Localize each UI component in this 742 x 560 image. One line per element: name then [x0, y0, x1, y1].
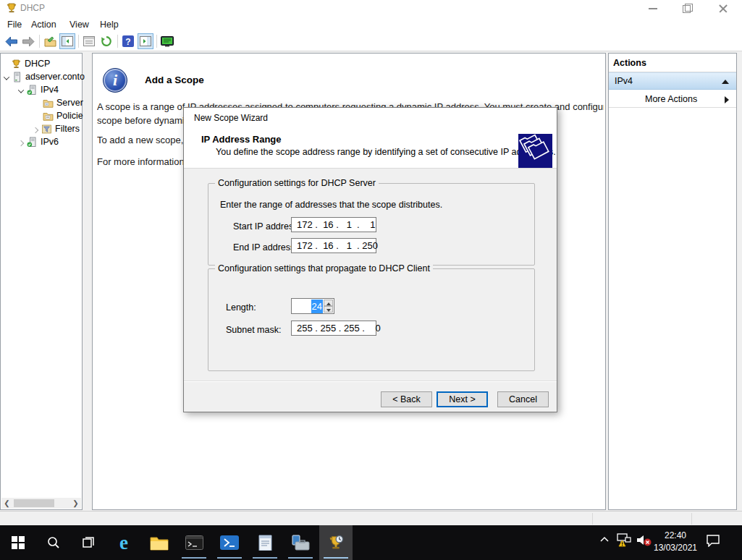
end-ip-input[interactable]: 172 . 16 . 1 . 250 [291, 238, 376, 253]
start-ip-label: Start IP address: [233, 221, 300, 232]
show-action-pane-icon[interactable] [138, 33, 153, 49]
menu-file[interactable]: File [4, 18, 25, 31]
actions-group-ipv4[interactable]: IPv4 [609, 72, 736, 90]
more-actions-label: More Actions [645, 94, 697, 104]
chevron-down-icon[interactable] [18, 85, 27, 96]
dhcp-app-icon [6, 2, 17, 14]
info-icon [103, 68, 127, 93]
filter-icon [41, 124, 52, 135]
server-icon [12, 72, 22, 82]
notepad-icon [258, 535, 272, 551]
start-ip-input[interactable]: 172 . 16 . 1 . 1 [291, 217, 376, 232]
back-arrow-icon[interactable] [3, 33, 19, 49]
status-bar [0, 511, 742, 525]
range-instruction: Enter the range of addresses that the sc… [220, 200, 442, 210]
horizontal-scrollbar[interactable]: ❮ ❯ [1, 498, 81, 509]
length-spinner[interactable]: 24 [291, 298, 334, 314]
cancel-button[interactable]: Cancel [497, 391, 549, 407]
chevron-right-icon[interactable] [18, 137, 27, 148]
close-button[interactable] [711, 1, 735, 14]
collapse-icon[interactable] [722, 80, 729, 84]
dialog-separator [184, 381, 557, 382]
wizard-folders-icon [518, 134, 552, 168]
new-scope-wizard-dialog: New Scope Wizard IP Address Range You de… [183, 107, 557, 412]
tray-clock[interactable]: 22:40 13/03/2021 [646, 530, 704, 554]
back-button[interactable]: < Back [381, 391, 432, 407]
tree-label: DHCP [25, 59, 50, 69]
next-button[interactable]: Next > [437, 391, 488, 407]
dhcp-console-icon [328, 535, 344, 551]
menu-view[interactable]: View [66, 18, 93, 31]
group2-legend: Configuration settings that propagate to… [215, 263, 433, 273]
server-manager-button[interactable] [284, 525, 317, 560]
export-list-icon[interactable] [42, 33, 58, 49]
task-view-button[interactable] [72, 525, 105, 560]
forward-arrow-icon[interactable] [20, 33, 36, 49]
taskbar: e [0, 525, 742, 560]
chevron-up-icon [599, 535, 610, 543]
minimize-button[interactable] [641, 1, 666, 14]
notepad-button[interactable] [248, 525, 282, 560]
length-value[interactable]: 24 [311, 300, 323, 313]
dialog-title: New Scope Wizard [194, 113, 268, 123]
tree-item-dhcp[interactable]: DHCP [11, 57, 92, 70]
help-icon[interactable]: ? [120, 33, 136, 49]
tree-label: Filters [55, 124, 80, 134]
refresh-icon[interactable] [98, 33, 114, 49]
tree-item-ipv6[interactable]: IPv6 [18, 135, 99, 148]
internet-explorer-icon: e [119, 532, 128, 554]
network-status-button[interactable] [615, 533, 633, 547]
screen: DHCP File Action View Help [0, 0, 742, 560]
command-prompt-icon [185, 535, 203, 550]
scrollbar-thumb[interactable] [14, 499, 54, 507]
task-view-icon [81, 535, 96, 550]
scroll-right-icon[interactable]: ❯ [70, 498, 81, 509]
action-center-button[interactable] [706, 534, 720, 547]
file-explorer-button[interactable] [143, 525, 176, 560]
tree-item-adserver[interactable]: adserver.conto [4, 70, 85, 83]
tree-label: Server [56, 98, 83, 108]
clock-time: 22:40 [646, 530, 704, 542]
command-prompt-button[interactable] [177, 525, 211, 560]
menu-help[interactable]: Help [96, 18, 122, 31]
server-check-icon [27, 85, 38, 96]
submenu-arrow-icon [725, 96, 729, 103]
group1-legend: Configuration settings for DHCP Server [215, 178, 379, 188]
menu-action[interactable]: Action [28, 18, 60, 31]
tray-expand-button[interactable] [599, 535, 610, 543]
restore-button[interactable] [675, 1, 699, 14]
spin-down-icon[interactable] [324, 306, 333, 313]
dhcp-console-button[interactable] [319, 525, 353, 560]
search-button[interactable] [37, 525, 70, 560]
scroll-left-icon[interactable]: ❮ [1, 498, 12, 509]
powershell-button[interactable] [213, 525, 246, 560]
server-manager-icon [291, 535, 310, 551]
tree-item-ipv4[interactable]: IPv4 [18, 83, 99, 96]
chevron-right-icon[interactable] [33, 124, 41, 135]
subnet-mask-input[interactable]: 255 . 255 . 255 . 0 [291, 321, 376, 336]
chevron-down-icon[interactable] [4, 72, 12, 82]
powershell-icon [220, 535, 239, 550]
spin-up-icon[interactable] [324, 300, 333, 306]
action-center-icon [706, 534, 720, 547]
page-title: Add a Scope [145, 75, 204, 85]
menu-bar: File Action View Help [0, 16, 742, 32]
file-explorer-icon [150, 535, 169, 551]
properties-icon[interactable] [81, 33, 97, 49]
dhcp-client-settings-group: Configuration settings that propagate to… [208, 268, 535, 371]
network-warning-icon [615, 533, 633, 547]
start-button[interactable] [1, 525, 35, 560]
show-console-tree-icon[interactable] [59, 33, 75, 49]
wizard-header: New Scope Wizard IP Address Range You de… [184, 108, 557, 169]
console-tree-panel: DHCP adserver.conto IPv4 Server [0, 53, 83, 510]
remote-desktop-icon[interactable] [159, 33, 175, 49]
title-bar: DHCP [0, 0, 742, 16]
folder-policy-icon [43, 111, 54, 122]
toolbar: ? [0, 32, 742, 51]
internet-explorer-button[interactable]: e [107, 525, 140, 560]
more-actions-item[interactable]: More Actions [609, 90, 736, 107]
end-ip-label: End IP address: [233, 242, 298, 253]
svg-text:?: ? [125, 37, 130, 47]
actions-panel: Actions IPv4 More Actions [608, 53, 737, 510]
folder-icon [43, 98, 54, 109]
